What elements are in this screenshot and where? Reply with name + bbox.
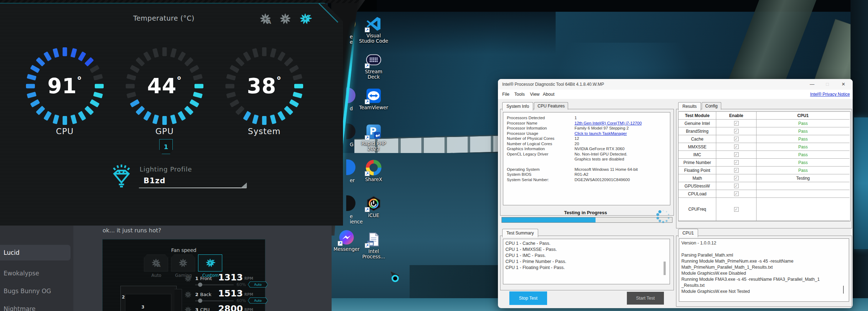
table-module-cell: GPUStressW <box>679 182 716 190</box>
enable-checkbox[interactable]: ✓ <box>734 144 739 149</box>
enable-checkbox[interactable]: ✓ <box>734 152 739 157</box>
stop-test-button[interactable]: Stop Test <box>509 291 547 305</box>
conversation-ewokalypse[interactable]: Ewokalypse <box>0 265 71 281</box>
summary-line: CPU 1 - Prime Number - Pass. <box>505 259 667 265</box>
enable-checkbox[interactable]: ✓ <box>734 137 739 141</box>
partial-icon-label: er <box>350 178 355 183</box>
enable-checkbox[interactable]: ✓ <box>734 191 739 196</box>
enable-checkbox[interactable]: ✓ <box>734 121 739 126</box>
cpu1-log-group: Version - 1.0.0.12 Parsing Parallel_Math… <box>676 236 852 307</box>
info-value-link[interactable]: Click to launch TaskManager <box>575 131 627 136</box>
info-value: NVIDIA GeForce RTX 3060 <box>575 146 624 152</box>
tab-cpu1[interactable]: CPU1 <box>678 229 698 237</box>
enable-checkbox[interactable]: ✓ <box>734 207 739 212</box>
tab-cpu-features[interactable]: CPU Features <box>534 102 568 110</box>
svg-text:A: A <box>157 263 161 268</box>
table-result-cell: Pass <box>757 159 849 167</box>
desktop-icon-messenger[interactable]: Messenger <box>325 229 368 252</box>
table-enable-cell: ✓ <box>716 151 757 159</box>
log-line: Parsing Parallel_Math.xml <box>681 252 847 258</box>
enable-checkbox[interactable]: ✓ <box>734 184 739 188</box>
desktop-icon-sharex[interactable]: ShareX <box>352 159 395 182</box>
fan-mode-auto[interactable]: AAuto <box>144 254 169 278</box>
menu-about[interactable]: About <box>543 92 555 97</box>
gauge-cpu: 91°CPU <box>24 46 106 136</box>
fan-slider-thumb[interactable] <box>198 299 202 303</box>
info-label: Number of Logical Cores <box>507 141 575 147</box>
info-value: DGE2WSA00120901C849600 <box>575 177 630 183</box>
test-summary-group: CPU 1 - Cache - Pass.CPU 1 - MMXSSE - Pa… <box>500 236 674 290</box>
summary-scrollbar[interactable] <box>664 262 666 275</box>
conversation-nightmare[interactable]: Nightmare <box>0 301 71 311</box>
table-module-cell: CPUFreq <box>679 198 716 221</box>
table-module-cell: CPULoad <box>679 190 716 198</box>
desktop-icon-teamviewer[interactable]: TeamViewer <box>352 88 395 110</box>
fan-icon <box>184 306 192 311</box>
lighting-profile-label: Lighting Profile <box>140 165 192 173</box>
menu-view[interactable]: View <box>530 92 540 97</box>
start-test-button[interactable]: Start Test <box>627 292 664 305</box>
conversation-bugs-bunny-og[interactable]: Bugs Bunny OG <box>0 283 71 299</box>
info-label: Operating System <box>507 167 575 172</box>
progress-fill <box>502 217 596 222</box>
tab-results[interactable]: Results <box>678 102 701 111</box>
titlebar[interactable]: Intel® Processor Diagnostic Tool 64Bit 4… <box>498 79 853 90</box>
table-enable-cell: ✓ <box>716 120 757 127</box>
minimize-button[interactable]: — <box>807 80 817 88</box>
gauge-system: 38°System <box>223 46 306 136</box>
table-module-cell: Prime Number <box>679 159 716 167</box>
system-info-row: OpenCL Legacy DriverNo. Non-Intel GPU De… <box>507 152 642 157</box>
lighting-dropdown-arrow-icon[interactable] <box>241 183 247 188</box>
fan-slider-thumb[interactable] <box>198 283 202 287</box>
log-line: Math_PrimeNum_Parallel_Math_1_Results.tx… <box>681 264 847 270</box>
fan-auto-pill[interactable]: Auto <box>248 297 268 304</box>
fan-row-cpu: 3CPU2800RPM <box>184 305 263 311</box>
fan-rpm-value: 1513 <box>212 288 243 299</box>
header-fan-mode-gaming-icon[interactable] <box>278 11 293 26</box>
desktop-icon-vscode[interactable]: VisualStudio Code <box>352 16 395 44</box>
conversation-lucid[interactable]: Lucid <box>0 245 71 260</box>
summary-line: CPU 1 - Floating Point - Pass. <box>505 265 667 271</box>
enable-checkbox[interactable]: ✓ <box>734 176 739 180</box>
tab-system-info[interactable]: System Info <box>502 102 533 111</box>
cpu1-log-box: Version - 1.0.0.12 Parsing Parallel_Math… <box>679 238 849 302</box>
enable-checkbox[interactable]: ✓ <box>734 160 739 165</box>
fan-auto-pill[interactable]: Auto <box>248 281 268 288</box>
table-enable-cell: ✓ <box>716 198 757 221</box>
info-label: OpenCL Legacy Driver <box>507 152 575 157</box>
info-value: R01-A2 <box>575 172 588 177</box>
enable-checkbox[interactable]: ✓ <box>734 129 739 133</box>
menu-tools[interactable]: Tools <box>514 92 525 97</box>
system-info-row: Processors Detected1 <box>507 115 642 121</box>
lighting-profile-dropdown[interactable]: B1zd <box>144 176 166 185</box>
desktop-icon-icue[interactable]: iCUE <box>352 195 395 218</box>
info-value-link[interactable]: 12th Gen Intel(R) Core(TM) i7-12700 <box>575 121 642 126</box>
menu-file[interactable]: File <box>502 92 509 97</box>
system-info-row: Processor UsageClick to launch TaskManag… <box>507 131 642 136</box>
wallpaper-window <box>854 117 868 249</box>
fan-rpm-unit: RPM <box>244 276 253 280</box>
close-button[interactable]: ✕ <box>838 80 849 88</box>
tab-test-summary[interactable]: Test Summary <box>502 229 538 237</box>
header-fan-mode-custom-icon[interactable] <box>298 11 313 26</box>
desktop-icon-label: TeamViewer <box>352 105 395 110</box>
privacy-notice-link[interactable]: Intel® Privacy Notice <box>810 92 850 97</box>
table-result-cell <box>757 182 849 190</box>
partial-icon-label: G <box>350 142 353 147</box>
info-value: 1 <box>575 115 577 121</box>
desktop-icon-label: Rapid PHP2022 <box>352 141 395 152</box>
header-fan-mode-auto-icon[interactable]: A <box>258 11 273 26</box>
table-enable-cell: ✓ <box>716 167 757 174</box>
desktop-icon-streamdeck[interactable]: StreamDeck <box>352 52 395 80</box>
table-result-cell: Pass <box>757 167 849 174</box>
fan-icon <box>184 290 192 299</box>
desktop-icon-rapidphp[interactable]: PRapid PHP2022 <box>352 123 395 152</box>
tab-config[interactable]: Config <box>702 102 721 110</box>
table-result-cell: Pass <box>757 151 849 159</box>
desktop-icon-label: VisualStudio Code <box>352 33 395 44</box>
info-label: System BIOS <box>507 172 575 177</box>
enable-checkbox[interactable]: ✓ <box>734 168 739 173</box>
fan-rpm-unit: RPM <box>244 308 253 311</box>
temperature-title: Temperature (°C) <box>82 14 246 22</box>
spinner-icon <box>655 208 672 225</box>
